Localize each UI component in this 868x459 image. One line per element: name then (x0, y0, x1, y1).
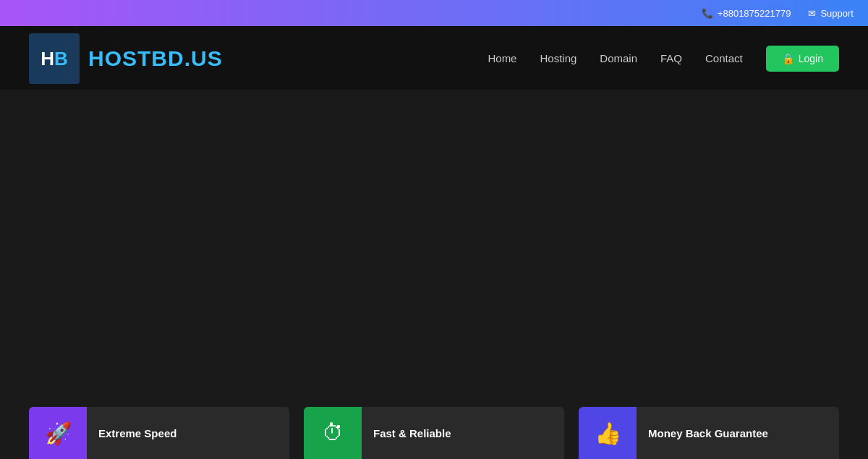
feature-card-moneyback: 👍 Money Back Guarantee (579, 407, 839, 459)
nav: Home Hosting Domain FAQ Contact 🔒 Login (488, 46, 839, 72)
reliable-label: Fast & Reliable (362, 427, 463, 439)
nav-domain[interactable]: Domain (600, 52, 637, 64)
logo-icon: HB (29, 33, 80, 84)
speed-label: Extreme Speed (87, 427, 188, 439)
support-label: Support (820, 8, 854, 19)
support-contact[interactable]: ✉ Support (808, 8, 854, 19)
email-icon: ✉ (808, 8, 816, 19)
moneyback-label: Money Back Guarantee (637, 427, 780, 439)
feature-card-speed: 🚀 Extreme Speed (29, 407, 289, 459)
top-bar: 📞 +8801875221779 ✉ Support (0, 0, 868, 26)
hero-section (0, 91, 868, 403)
speed-icon: 🚀 (29, 407, 87, 459)
header: HB HOSTBD.US Home Hosting Domain FAQ Con… (0, 26, 868, 91)
nav-home[interactable]: Home (488, 52, 516, 64)
nav-hosting[interactable]: Hosting (540, 52, 576, 64)
moneyback-icon: 👍 (579, 407, 637, 459)
nav-faq[interactable]: FAQ (660, 52, 682, 64)
reliable-icon: ⏱ (304, 407, 362, 459)
login-label: Login (799, 53, 823, 64)
phone-number: +8801875221779 (718, 8, 791, 19)
phone-icon: 📞 (702, 8, 713, 19)
brand-name: HOSTBD.US (88, 46, 223, 71)
login-button[interactable]: 🔒 Login (766, 46, 839, 72)
lock-icon: 🔒 (782, 53, 794, 64)
nav-contact[interactable]: Contact (705, 52, 743, 64)
feature-card-reliable: ⏱ Fast & Reliable (304, 407, 564, 459)
page-wrapper: 📞 +8801875221779 ✉ Support HB HOSTBD.US … (0, 0, 868, 459)
phone-contact[interactable]: 📞 +8801875221779 (702, 8, 791, 19)
feature-cards: 🚀 Extreme Speed ⏱ Fast & Reliable 👍 Mone… (0, 407, 868, 459)
logo-icon-text: HB (41, 49, 68, 68)
logo[interactable]: HB HOSTBD.US (29, 33, 223, 84)
